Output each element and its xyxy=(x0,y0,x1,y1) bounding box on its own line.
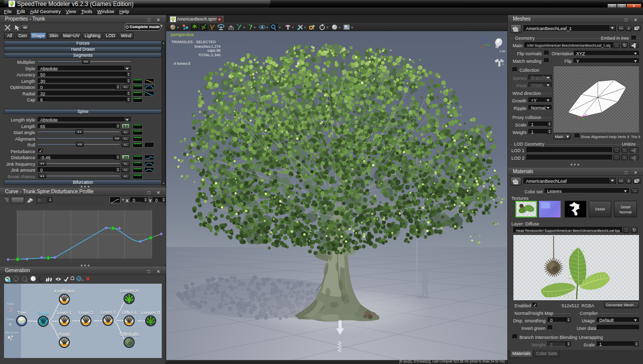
svg-text:▼: ▼ xyxy=(266,26,269,29)
svg-text:Knotholes: Knotholes xyxy=(54,289,75,294)
svg-text:Forces: Forces xyxy=(7,303,15,305)
svg-text:▼: ▼ xyxy=(351,26,354,29)
svg-text:▼: ▼ xyxy=(243,26,246,29)
svg-text:Level 2: Level 2 xyxy=(78,310,93,315)
svg-text:▼: ▼ xyxy=(291,26,294,29)
svg-text:▼: ▼ xyxy=(303,26,306,29)
svg-text:Leaves B: Leaves B xyxy=(141,310,160,315)
svg-text:Level 1: Level 1 xyxy=(57,310,71,315)
svg-text:Level 4: Level 4 xyxy=(122,310,136,315)
svg-text:▼: ▼ xyxy=(338,26,341,29)
svg-text:Level 3: Level 3 xyxy=(100,310,115,315)
svg-text:▼: ▼ xyxy=(253,26,256,29)
svg-text:Leaves A: Leaves A xyxy=(120,288,138,293)
svg-text:▼: ▼ xyxy=(176,26,179,29)
svg-text:Roots: Roots xyxy=(58,332,70,337)
svg-text:▼: ▼ xyxy=(326,26,329,29)
svg-text:Gumballs: Gumballs xyxy=(120,332,139,337)
svg-text:Mesh Forces: Mesh Forces xyxy=(5,331,19,334)
svg-text:A: A xyxy=(81,279,83,282)
svg-text:Collision: Collision xyxy=(6,318,15,321)
svg-text:Trunk: Trunk xyxy=(38,311,49,316)
svg-text:▼: ▼ xyxy=(278,26,281,29)
